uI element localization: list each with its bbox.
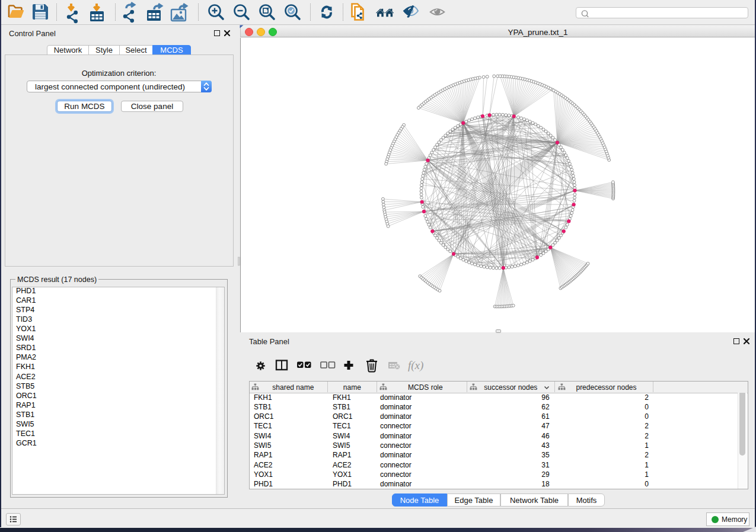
svg-text:f(x): f(x) — [408, 359, 423, 372]
